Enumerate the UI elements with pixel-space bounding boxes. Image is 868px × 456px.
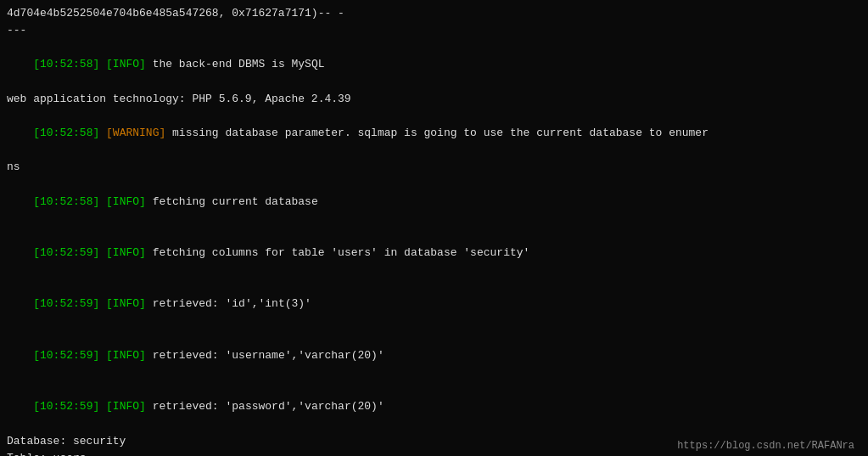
timestamp-4: [10:52:59] xyxy=(33,297,106,310)
info-tag-5: [INFO] xyxy=(106,349,146,362)
warning-tag-1: [WARNING] xyxy=(106,127,165,139)
warning-text-1: missing database parameter. sqlmap is go… xyxy=(165,127,708,139)
timestamp-5: [10:52:59] xyxy=(33,349,106,362)
line-sep: --- xyxy=(7,22,861,39)
info-tag-4: [INFO] xyxy=(106,297,146,310)
line-hash: 4d704e4b5252504e704b6e485a547268, 0x7162… xyxy=(7,5,861,22)
watermark: https://blog.csdn.net/RAFANra xyxy=(677,438,854,454)
info-tag-2: [INFO] xyxy=(106,195,146,208)
timestamp-3: [10:52:59] xyxy=(33,246,106,259)
info-tag-1: [INFO] xyxy=(106,58,146,70)
info-text-1: the back-end DBMS is MySQL xyxy=(146,58,325,70)
info-text-6: retrieved: 'password','varchar(20)' xyxy=(146,400,384,413)
timestamp-2: [10:52:58] xyxy=(33,195,106,208)
line-info-5: [10:52:59] [INFO] retrieved: 'username',… xyxy=(7,330,861,381)
info-text-5: retrieved: 'username','varchar(20)' xyxy=(146,349,384,362)
line-info-6: [10:52:59] [INFO] retrieved: 'password',… xyxy=(7,381,861,432)
timestamp-1: [10:52:58] xyxy=(33,58,106,70)
line-warning-1: [10:52:58] [WARNING] missing database pa… xyxy=(7,108,861,159)
info-tag-6: [INFO] xyxy=(106,400,146,413)
line-ns: ns xyxy=(7,159,861,176)
info-text-3: fetching columns for table 'users' in da… xyxy=(146,246,529,259)
line-info-3: [10:52:59] [INFO] fetching columns for t… xyxy=(7,228,861,279)
timestamp-6: [10:52:59] xyxy=(33,400,106,413)
timestamp-w1: [10:52:58] xyxy=(33,127,106,139)
line-backend: web application technology: PHP 5.6.9, A… xyxy=(7,91,861,108)
info-tag-3: [INFO] xyxy=(106,246,146,259)
line-info-1: [10:52:58] [INFO] the back-end DBMS is M… xyxy=(7,39,861,90)
info-text-2: fetching current database xyxy=(146,195,318,208)
terminal-window: 4d704e4b5252504e704b6e485a547268, 0x7162… xyxy=(7,5,861,456)
line-info-2: [10:52:58] [INFO] fetching current datab… xyxy=(7,176,861,227)
info-text-4: retrieved: 'id','int(3)' xyxy=(146,297,311,310)
line-info-4: [10:52:59] [INFO] retrieved: 'id','int(3… xyxy=(7,279,861,329)
